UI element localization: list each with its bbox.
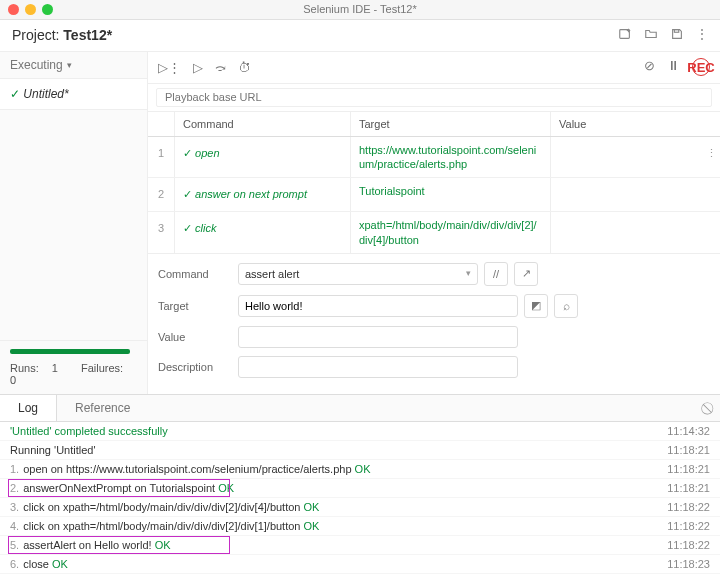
save-project-icon[interactable] — [670, 27, 684, 44]
new-project-icon[interactable] — [618, 27, 632, 44]
pause-on-exceptions-icon[interactable]: ⏸ — [667, 58, 680, 76]
editor-form: Command assert alert // ↗ Target ◩ ⌕ Val… — [148, 253, 720, 394]
more-menu-icon[interactable]: ⋮ — [696, 27, 708, 44]
open-project-icon[interactable] — [644, 27, 658, 44]
value-label: Value — [158, 331, 238, 343]
log-tabs: Log Reference ⃠ — [0, 394, 720, 422]
target-label: Target — [158, 300, 238, 312]
select-target-btn[interactable]: ◩ — [524, 294, 548, 318]
tab-reference[interactable]: Reference — [57, 395, 148, 421]
record-button[interactable]: REC — [692, 58, 710, 76]
dropdown-icon: ▾ — [67, 60, 72, 70]
command-label: Command — [158, 268, 238, 280]
project-name: Project: Test12* — [12, 27, 112, 43]
description-label: Description — [158, 361, 238, 373]
tab-log[interactable]: Log — [0, 395, 57, 421]
titlebar: Selenium IDE - Test12* — [0, 0, 720, 20]
url-bar — [148, 84, 720, 112]
toolbar: ▷⋮ ▷ ⤼ ⏱ ⊘ ⏸ REC — [148, 52, 720, 84]
table-row[interactable]: 3clickxpath=/html/body/main/div/div/div[… — [148, 212, 720, 252]
run-all-icon[interactable]: ▷⋮ — [158, 60, 181, 75]
left-pane: Executing ▾ Untitled* Runs: 1 Failures: … — [0, 52, 148, 394]
grid-header: Command Target Value — [148, 112, 720, 137]
log-row: 1.open on https://www.tutorialspoint.com… — [0, 460, 720, 479]
description-input[interactable] — [238, 356, 518, 378]
right-pane: ▷⋮ ▷ ⤼ ⏱ ⊘ ⏸ REC Command Target Value 1o… — [148, 52, 720, 394]
run-status: Runs: 1 Failures: 0 — [0, 340, 147, 394]
log-row: 2.answerOnNextPrompt on Tutorialspoint O… — [0, 479, 720, 498]
svg-rect-3 — [674, 29, 678, 32]
window-controls — [8, 4, 53, 15]
speed-icon[interactable]: ⏱ — [238, 60, 251, 75]
main-row: Executing ▾ Untitled* Runs: 1 Failures: … — [0, 52, 720, 394]
log-row: 4.click on xpath=/html/body/main/div/div… — [0, 517, 720, 536]
log-row: 5.assertAlert on Hello world! OK11:18:22 — [0, 536, 720, 555]
project-bar: Project: Test12* ⋮ — [0, 20, 720, 52]
window-title: Selenium IDE - Test12* — [303, 3, 417, 15]
command-select[interactable]: assert alert — [238, 263, 478, 285]
new-window-btn[interactable]: ↗ — [514, 262, 538, 286]
playback-url-input[interactable] — [156, 88, 712, 107]
test-entry[interactable]: Untitled* — [0, 79, 147, 110]
toggle-comment-btn[interactable]: // — [484, 262, 508, 286]
progress-bar — [10, 349, 130, 354]
log-row: 'Untitled' completed successfully11:14:3… — [0, 422, 720, 441]
log-row: 6.close OK11:18:23 — [0, 555, 720, 574]
log-row: 3.click on xpath=/html/body/main/div/div… — [0, 498, 720, 517]
log-body: 'Untitled' completed successfully11:14:3… — [0, 422, 720, 574]
close-window-btn[interactable] — [8, 4, 19, 15]
grid-body: 1openhttps://www.tutorialspoint.com/sele… — [148, 137, 720, 253]
target-input[interactable] — [238, 295, 518, 317]
find-target-btn[interactable]: ⌕ — [554, 294, 578, 318]
table-row[interactable]: 1openhttps://www.tutorialspoint.com/sele… — [148, 137, 720, 179]
maximize-window-btn[interactable] — [42, 4, 53, 15]
table-row[interactable]: 2answer on next promptTutorialspoint — [148, 178, 720, 212]
run-icon[interactable]: ▷ — [193, 60, 203, 75]
minimize-window-btn[interactable] — [25, 4, 36, 15]
left-header[interactable]: Executing ▾ — [0, 52, 147, 79]
project-actions: ⋮ — [618, 27, 708, 44]
log-row: Running 'Untitled'11:18:21 — [0, 441, 720, 460]
value-input[interactable] — [238, 326, 518, 348]
disable-breakpoints-icon[interactable]: ⊘ — [644, 58, 655, 76]
step-icon[interactable]: ⤼ — [215, 60, 226, 75]
